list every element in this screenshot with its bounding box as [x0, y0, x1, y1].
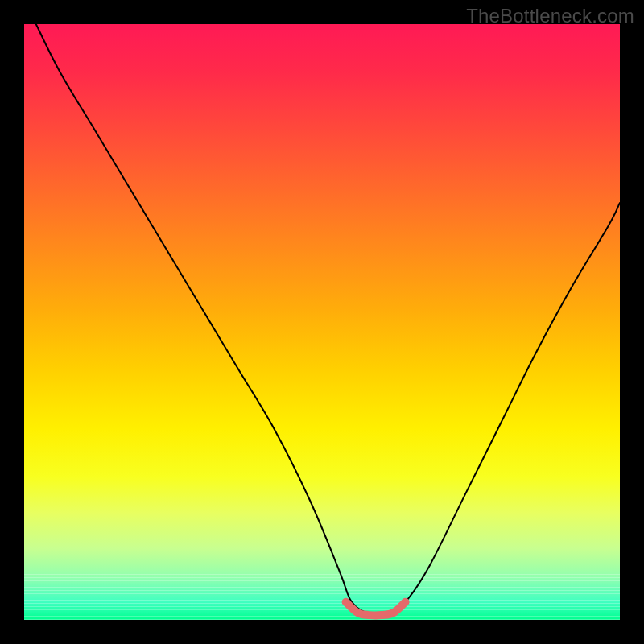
flat-bottom-marker-path — [346, 602, 406, 616]
bottleneck-curve-path — [36, 24, 620, 616]
chart-frame: TheBottleneck.com — [0, 0, 644, 644]
plot-area — [24, 24, 620, 620]
curve-svg — [24, 24, 620, 620]
watermark-text: TheBottleneck.com — [466, 5, 634, 27]
